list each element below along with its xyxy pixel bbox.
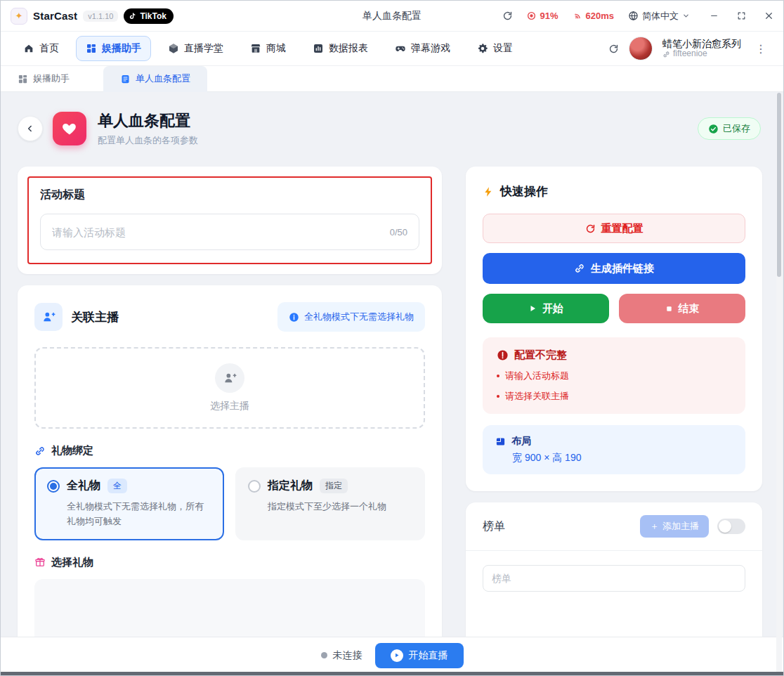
nav-item-reports[interactable]: 数据报表 — [303, 36, 378, 61]
language-selector[interactable]: 简体中文 — [628, 10, 690, 22]
refresh-icon[interactable] — [502, 11, 513, 21]
globe-icon — [628, 11, 639, 21]
saved-status-badge: 已保存 — [698, 117, 761, 140]
nav-item-entertain-assistant[interactable]: 娱播助手 — [76, 36, 151, 61]
generate-plugin-link-button[interactable]: 生成插件链接 — [483, 253, 745, 284]
gift-option-specified[interactable]: 指定礼物 指定 指定模式下至少选择一个礼物 — [235, 467, 425, 540]
app-window: 单人血条配置 ✦ StarCast v1.1.10 TikTok 91% 620… — [0, 0, 784, 676]
toggle-knob — [719, 520, 731, 533]
starcast-logo-icon: ✦ — [11, 8, 27, 25]
close-icon[interactable] — [764, 11, 773, 20]
gamepad-icon — [395, 43, 406, 54]
stop-icon — [665, 305, 673, 313]
connection-status: 未连接 — [321, 649, 362, 662]
heart-icon — [53, 112, 86, 145]
activity-title-label: 活动标题 — [40, 188, 419, 202]
play-circle-icon — [391, 649, 403, 662]
quick-actions-title: 快速操作 — [500, 183, 548, 200]
scrollbar-thumb[interactable] — [777, 93, 781, 277]
more-menu-icon[interactable]: ⋮ — [751, 39, 771, 58]
document-icon — [120, 74, 131, 84]
nav-item-home[interactable]: 首页 — [13, 36, 69, 61]
nav-item-live-school[interactable]: 直播学堂 — [158, 36, 233, 61]
tab-parent[interactable]: 娱播助手 — [18, 72, 70, 85]
bullet-dot — [497, 375, 499, 377]
all-badge: 全 — [107, 479, 127, 493]
tiktok-note-icon — [129, 12, 137, 20]
cube-icon — [168, 43, 179, 54]
gift-select-title: 选择礼物 — [51, 556, 93, 569]
platform-label: TikTok — [140, 11, 166, 21]
record-dot-icon — [527, 11, 536, 20]
select-anchor-dropzone[interactable]: 选择主播 — [34, 347, 425, 429]
add-anchor-button[interactable]: ＋ 添加主播 — [640, 515, 709, 538]
signal-icon — [573, 11, 582, 21]
activity-title-input[interactable] — [52, 226, 383, 238]
plus-icon: ＋ — [650, 520, 659, 533]
window-bottom-edge — [1, 672, 783, 675]
start-button[interactable]: 开始 — [483, 294, 609, 323]
layout-icon — [495, 436, 506, 447]
person-add-gray-icon — [215, 363, 244, 393]
back-button[interactable] — [18, 116, 43, 141]
warning-title: 配置不完整 — [514, 349, 567, 362]
store-icon — [250, 43, 261, 54]
page-subtitle: 配置单人血条的各项参数 — [98, 134, 198, 147]
platform-badge: TikTok — [124, 8, 174, 24]
gift-icon — [34, 557, 46, 568]
warning-item: 请输入活动标题 — [497, 370, 731, 382]
nav-item-danmaku-games[interactable]: 弹幕游戏 — [385, 36, 460, 61]
option-description: 全礼物模式下无需选择礼物，所有礼物均可触发 — [67, 499, 211, 529]
latency-indicator: 620ms — [573, 11, 614, 21]
nav-item-mall[interactable]: 商城 — [240, 36, 296, 61]
page-title: 单人血条配置 — [98, 110, 198, 131]
ranking-toggle[interactable] — [717, 519, 745, 534]
title-bar: 单人血条配置 ✦ StarCast v1.1.10 TikTok 91% 620… — [1, 1, 783, 32]
version-badge: v1.1.10 — [83, 11, 118, 22]
grid-gray-icon — [18, 74, 28, 84]
tab-single-hp-config[interactable]: 单人血条配置 — [103, 66, 207, 92]
start-live-button[interactable]: 开始直播 — [375, 643, 464, 668]
gift-select-panel[interactable] — [34, 579, 425, 637]
quick-actions-card: 快速操作 重置配置 生成插件链接 开始 — [466, 167, 762, 491]
person-add-icon — [34, 303, 63, 331]
reset-config-button[interactable]: 重置配置 — [483, 214, 745, 243]
grid-icon — [86, 43, 97, 54]
radio-all-gifts[interactable] — [47, 480, 60, 493]
tab-strip: 娱播助手 单人血条配置 — [1, 66, 783, 92]
char-counter: 0/50 — [390, 227, 407, 238]
stop-button[interactable]: 结束 — [619, 294, 745, 323]
config-incomplete-warning: 配置不完整 请输入活动标题 请选择关联主播 — [483, 337, 745, 414]
bar-chart-icon — [313, 43, 324, 54]
page-scrollbar[interactable] — [776, 93, 782, 673]
maximize-icon[interactable] — [737, 11, 746, 20]
ranking-title: 榜单 — [483, 519, 505, 534]
ranking-input[interactable] — [483, 565, 745, 592]
right-column: 快速操作 重置配置 生成插件链接 开始 — [466, 167, 762, 637]
left-column: 活动标题 0/50 关联主播 全礼物模式下无需选择礼物 — [18, 167, 442, 637]
layout-dimensions: 宽 900 × 高 190 — [512, 452, 733, 464]
activity-title-field: 0/50 — [40, 214, 419, 250]
lightning-icon — [483, 186, 494, 198]
battery-indicator: 91% — [527, 11, 558, 21]
main-nav: 首页 娱播助手 直播学堂 商城 数据报表 弹幕游戏 — [1, 32, 783, 66]
gift-binding-title: 礼物绑定 — [51, 444, 93, 457]
avatar[interactable] — [629, 37, 653, 60]
radio-specified-gifts[interactable] — [248, 480, 261, 493]
specified-badge: 指定 — [320, 479, 348, 493]
nav-item-settings[interactable]: 设置 — [467, 36, 523, 61]
anchor-section-title: 关联主播 — [71, 309, 119, 325]
gear-icon — [477, 43, 488, 54]
play-icon — [528, 304, 537, 313]
app-name: StarCast — [33, 10, 77, 22]
anchor-gift-card: 关联主播 全礼物模式下无需选择礼物 选择主播 礼物绑定 — [18, 285, 442, 637]
account-refresh-icon[interactable] — [608, 44, 619, 54]
status-dot-icon — [321, 652, 327, 658]
link-white-icon — [574, 263, 585, 274]
link-icon — [34, 446, 46, 457]
content-area: 单人血条配置 配置单人血条的各项参数 已保存 活动标题 0/50 — [1, 92, 783, 637]
minimize-icon[interactable] — [710, 11, 719, 20]
page-header: 单人血条配置 配置单人血条的各项参数 已保存 — [18, 110, 761, 147]
gift-option-all[interactable]: 全礼物 全 全礼物模式下无需选择礼物，所有礼物均可触发 — [34, 467, 224, 540]
activity-title-highlight: 活动标题 0/50 — [27, 176, 432, 264]
